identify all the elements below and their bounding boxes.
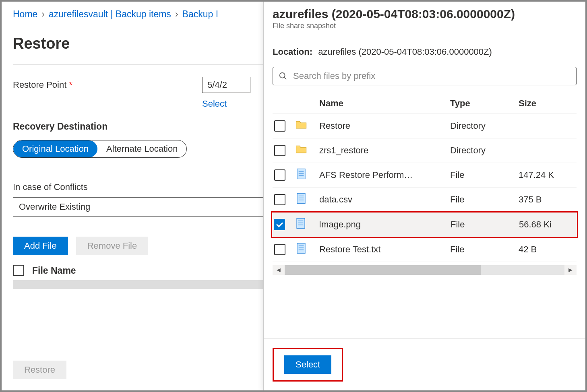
breadcrumb-home[interactable]: Home xyxy=(13,9,37,20)
row-name: Restore xyxy=(319,121,450,131)
file-icon xyxy=(295,217,319,232)
svg-rect-2 xyxy=(297,169,305,179)
row-size: 375 B xyxy=(519,194,575,205)
row-type: File xyxy=(450,194,519,205)
folder-icon xyxy=(295,143,319,158)
breadcrumb-backup[interactable]: Backup I xyxy=(182,9,219,20)
svg-rect-10 xyxy=(297,219,305,229)
row-name: Restore Test.txt xyxy=(319,244,450,255)
file-icon xyxy=(295,192,319,207)
table-row[interactable]: AFS Restore Perform…File147.24 K xyxy=(273,163,577,188)
row-type: File xyxy=(451,219,519,230)
breadcrumb-vault[interactable]: azurefilesvault | Backup items xyxy=(49,9,171,20)
row-name: zrs1_restore xyxy=(319,145,450,156)
chevron-right-icon: › xyxy=(41,9,45,20)
select-button[interactable]: Select xyxy=(284,355,331,374)
svg-point-0 xyxy=(280,73,285,78)
remove-file-button[interactable]: Remove File xyxy=(76,237,148,255)
row-checkbox[interactable] xyxy=(274,120,285,132)
svg-line-1 xyxy=(284,77,287,80)
search-input[interactable] xyxy=(273,67,577,85)
table-row[interactable]: zrs1_restoreDirectory xyxy=(273,138,577,163)
toggle-alternate-location[interactable]: Alternate Location xyxy=(97,140,186,157)
flyout-title: azurefiles (2020-05-04T08:03:06.0000000Z… xyxy=(273,7,577,21)
row-type: Directory xyxy=(450,145,519,156)
table-row[interactable]: Restore Test.txtFile42 B xyxy=(273,237,577,262)
row-checkbox[interactable] xyxy=(274,145,285,156)
location-row: Location: azurefiles (2020-05-04T08:03:0… xyxy=(273,47,577,57)
file-list-empty xyxy=(13,280,271,289)
file-icon xyxy=(295,168,319,182)
row-size: 56.68 Ki xyxy=(519,219,575,230)
search-icon xyxy=(279,72,287,80)
col-type: Type xyxy=(450,98,519,109)
row-checkbox[interactable] xyxy=(274,244,285,255)
row-checkbox[interactable] xyxy=(274,219,285,230)
row-name: data.csv xyxy=(319,194,450,205)
col-size: Size xyxy=(519,98,575,109)
scroll-left-icon[interactable]: ◄ xyxy=(273,266,285,274)
row-type: File xyxy=(450,170,519,180)
restore-button[interactable]: Restore xyxy=(13,361,66,379)
svg-rect-14 xyxy=(297,243,305,254)
toggle-original-location[interactable]: Original Location xyxy=(13,140,97,157)
add-file-button[interactable]: Add File xyxy=(13,237,68,255)
restore-point-input[interactable]: 5/4/2 xyxy=(202,77,250,93)
row-type: Directory xyxy=(450,121,519,131)
horizontal-scrollbar[interactable]: ◄ ► xyxy=(273,265,577,275)
col-name: Name xyxy=(319,98,450,109)
selected-row-highlight: Image.pngFile56.68 Ki xyxy=(271,211,578,238)
select-button-highlight: Select xyxy=(273,348,343,382)
file-icon xyxy=(295,242,319,257)
table-header: Name Type Size xyxy=(273,93,577,114)
row-size: 42 B xyxy=(519,244,575,255)
flyout-subtitle: File share snapshot xyxy=(273,22,577,30)
chevron-right-icon: › xyxy=(175,9,178,20)
row-size: 147.24 K xyxy=(519,170,575,180)
search-field[interactable] xyxy=(292,70,570,82)
row-checkbox[interactable] xyxy=(274,194,285,205)
folder-icon xyxy=(295,119,319,133)
row-type: File xyxy=(450,244,519,255)
row-checkbox[interactable] xyxy=(274,169,285,181)
select-all-checkbox[interactable] xyxy=(13,265,24,276)
table-row[interactable]: Image.pngFile56.68 Ki xyxy=(272,213,577,237)
file-picker-flyout: azurefiles (2020-05-04T08:03:06.0000000Z… xyxy=(263,2,585,390)
svg-rect-6 xyxy=(297,194,305,204)
table-row[interactable]: data.csvFile375 B xyxy=(273,188,577,212)
restore-point-label: Restore Point * xyxy=(13,80,190,90)
table-row[interactable]: RestoreDirectory xyxy=(273,114,577,138)
recovery-destination-toggle: Original Location Alternate Location xyxy=(13,140,187,158)
row-name: AFS Restore Perform… xyxy=(319,170,450,180)
row-name: Image.png xyxy=(319,219,451,230)
file-name-column: File Name xyxy=(32,265,76,276)
scroll-right-icon[interactable]: ► xyxy=(564,266,577,274)
conflicts-select[interactable]: Overwrite Existing xyxy=(13,197,271,217)
